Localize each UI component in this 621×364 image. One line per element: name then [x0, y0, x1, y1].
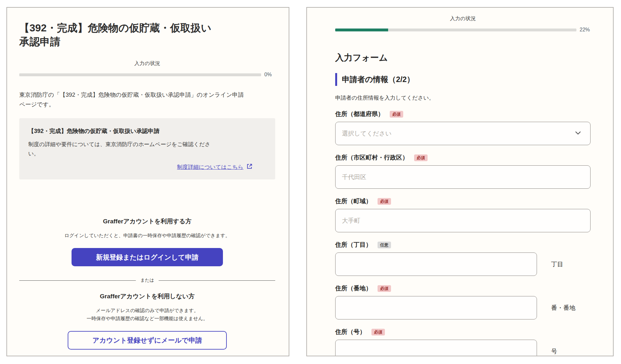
required-badge: 必須	[390, 111, 403, 118]
guest-description-line1: メールアドレスの確認のみで申請ができます。	[19, 306, 275, 315]
chevron-down-icon	[574, 128, 583, 139]
field-suffix: 号	[551, 347, 557, 356]
field-label: 住所（市区町村・行政区）	[335, 153, 408, 162]
progress-label: 入力の状況	[335, 15, 591, 22]
form-title: 入力フォーム	[335, 52, 591, 63]
section-heading: 申請者の情報（2/2）	[335, 73, 591, 86]
go-input[interactable]	[335, 340, 537, 356]
login-apply-button[interactable]: 新規登録またはログインして申請	[72, 248, 223, 266]
application-landing-panel: 【392・完成】危険物の仮貯蔵・仮取扱い承認申請 入力の状況 0% 東京消防庁の…	[6, 7, 289, 356]
section-title: 申請者の情報（2/2）	[342, 73, 414, 86]
intro-text: 東京消防庁の「【392・完成】危険物の仮貯蔵・仮取扱い承認申請」のオンライン申請…	[19, 90, 244, 109]
external-link-icon	[246, 163, 253, 171]
email-apply-button[interactable]: アカウント登録せずにメールで申請	[68, 331, 227, 350]
account-section-description: ログインしていただくと、申請書の一時保存や申請履歴の確認ができます。	[19, 231, 275, 240]
select-placeholder: 選択してください	[342, 129, 392, 138]
progress-fill	[335, 29, 388, 31]
field-suffix: 番・番地	[551, 304, 575, 312]
field-chome: 住所（丁目） 任意 丁目	[335, 241, 591, 276]
or-divider: または	[19, 280, 275, 281]
field-suffix: 丁目	[551, 260, 563, 269]
info-box-body: 制度の詳細や要件については、東京消防庁のホームページをご確認ください。	[28, 140, 215, 159]
progress-percent: 22%	[580, 27, 591, 33]
guest-section-heading: Grafferアカウントを利用しない方	[19, 292, 275, 301]
detail-link[interactable]: 制度詳細についてはこちら	[177, 163, 253, 171]
required-badge: 必須	[378, 285, 391, 292]
city-input[interactable]	[335, 165, 591, 189]
field-label: 住所（号）	[335, 328, 366, 336]
info-box: 【392・完成】危険物の仮貯蔵・仮取扱い承認申請 制度の詳細や要件については、東…	[19, 118, 275, 180]
or-divider-label: または	[136, 277, 159, 283]
progress-section: 入力の状況 22%	[335, 15, 591, 33]
field-label: 住所（番地）	[335, 284, 372, 293]
town-input[interactable]	[335, 209, 591, 232]
field-label: 住所（丁目）	[335, 241, 372, 249]
page-title: 【392・完成】危険物の仮貯蔵・仮取扱い承認申請	[19, 21, 218, 49]
field-banchi: 住所（番地） 必須 番・番地	[335, 284, 591, 319]
required-badge: 必須	[414, 154, 428, 161]
section-accent-bar	[335, 73, 337, 86]
field-city: 住所（市区町村・行政区） 必須	[335, 153, 591, 189]
chome-input[interactable]	[335, 252, 537, 276]
banchi-input[interactable]	[335, 296, 537, 319]
progress-label: 入力の状況	[19, 60, 275, 67]
info-box-title: 【392・完成】危険物の仮貯蔵・仮取扱い承認申請	[28, 127, 266, 135]
account-section-heading: Grafferアカウントを利用する方	[19, 217, 275, 226]
required-badge: 必須	[378, 198, 391, 205]
field-label: 住所（都道府県）	[335, 110, 384, 118]
progress-track	[335, 29, 576, 31]
progress-track	[19, 73, 261, 76]
input-form-panel: 入力の状況 22% 入力フォーム 申請者の情報（2/2） 申請者の住所情報を入力…	[306, 7, 614, 356]
optional-badge: 任意	[378, 242, 391, 248]
section-description: 申請者の住所情報を入力してください。	[335, 94, 591, 102]
field-town: 住所（町域） 必須	[335, 197, 591, 232]
detail-link-label: 制度詳細についてはこちら	[177, 163, 243, 171]
guest-description-line2: 一時保存や申請履歴の確認など一部機能は使えません。	[19, 314, 275, 323]
field-prefecture: 住所（都道府県） 必須 選択してください	[335, 110, 591, 145]
field-label: 住所（町域）	[335, 197, 372, 205]
field-go: 住所（号） 必須 号	[335, 328, 591, 356]
progress-section: 入力の状況 0%	[19, 60, 275, 78]
prefecture-select[interactable]: 選択してください	[335, 122, 591, 145]
progress-percent: 0%	[264, 72, 275, 78]
guest-section-description: メールアドレスの確認のみで申請ができます。 一時保存や申請履歴の確認など一部機能…	[19, 306, 275, 323]
required-badge: 必須	[371, 329, 385, 335]
